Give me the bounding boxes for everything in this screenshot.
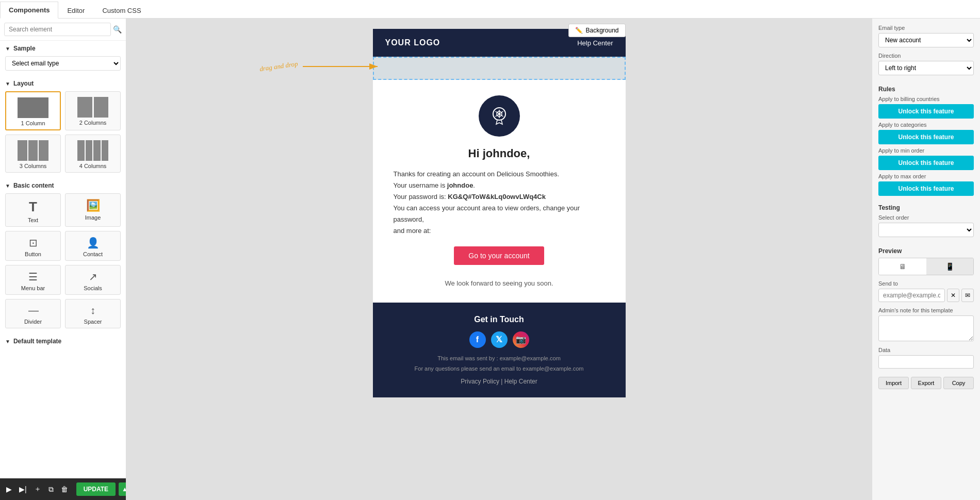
unlock-max-button[interactable]: Unlock this feature — [878, 181, 974, 196]
email-logo: YOUR LOGO — [385, 38, 440, 47]
email-type-dropdown[interactable]: New account — [878, 33, 974, 47]
divider-label: Divider — [24, 319, 42, 325]
email-line3: Your password is: KG&Q#ToW&kLq0owvLWq4Ck — [394, 191, 605, 203]
select-order-dropdown[interactable] — [878, 223, 974, 237]
email-help-center: Help Center — [577, 39, 613, 47]
divider-icon: — — [28, 305, 38, 316]
search-input[interactable] — [4, 23, 111, 36]
admin-note-input[interactable] — [878, 315, 974, 341]
forward-button[interactable]: ▶| — [17, 484, 29, 494]
layout-section-header[interactable]: ▼ Layout — [0, 76, 126, 91]
email-line5: and more at: — [394, 225, 605, 237]
export-button[interactable]: Export — [911, 377, 941, 389]
select-order-label: Select order — [878, 214, 974, 221]
send-to-email-button[interactable]: ✉ — [961, 289, 974, 302]
copy-data-button[interactable]: Copy — [943, 377, 974, 389]
import-button[interactable]: Import — [878, 377, 909, 389]
layout-arrow-icon: ▼ — [5, 81, 10, 87]
help-center-link[interactable]: Help Center — [504, 378, 537, 385]
email-footer-msg: We look forward to seeing you soon. — [445, 279, 553, 287]
content-spacer[interactable]: ↕ Spacer — [65, 299, 121, 328]
content-divider[interactable]: — Divider — [5, 299, 61, 328]
privacy-policy-link[interactable]: Privacy Policy — [461, 378, 499, 385]
drag-arrow — [298, 59, 380, 74]
drag-text: drag and drop — [259, 60, 298, 73]
apply-billing-label: Apply to billing countries — [878, 96, 974, 102]
content-text[interactable]: T Text — [5, 193, 61, 227]
email-type-select-container: Select email type — [5, 56, 121, 71]
send-to-row: ✕ ✉ — [878, 289, 974, 302]
unlock-min-button[interactable]: Unlock this feature — [878, 156, 974, 170]
email-footer: Get in Touch f 𝕏 📷 This email was sent b… — [373, 303, 626, 397]
email-body: Hi johndoe, Thanks for creating an accou… — [373, 80, 626, 303]
delete-button[interactable]: 🗑 — [59, 484, 70, 494]
default-template-section-header[interactable]: ▼ Default template — [0, 334, 126, 349]
rules-title: Rules — [878, 86, 974, 93]
socials-icon: ↗ — [89, 271, 97, 283]
direction-label: Direction — [878, 53, 974, 59]
footer-questions: For any questions please send an email t… — [388, 365, 610, 372]
update-button[interactable]: UPDATE — [76, 482, 116, 496]
direction-dropdown[interactable]: Left to right — [878, 61, 974, 75]
content-button[interactable]: ⊡ Button — [5, 231, 61, 261]
tab-components[interactable]: Components — [0, 2, 58, 19]
sample-section-header[interactable]: ▼ Sample — [0, 41, 126, 56]
email-line3-prefix: Your password is: — [394, 193, 448, 201]
background-label: Background — [585, 27, 618, 34]
account-button[interactable]: Go to your account — [454, 246, 544, 265]
content-image[interactable]: 🖼️ Image — [65, 193, 121, 227]
background-button-container: ✏️ Background — [568, 24, 625, 37]
send-to-input[interactable] — [878, 289, 945, 302]
layout-1-column[interactable]: 1 Column — [5, 91, 61, 130]
email-line1: Thanks for creating an account on Delici… — [394, 169, 605, 180]
import-export-row: Import Export Copy — [878, 377, 974, 389]
search-bar: 🔍 — [0, 19, 126, 41]
image-label: Image — [85, 214, 101, 221]
basic-content-section-header[interactable]: ▼ Basic content — [0, 178, 126, 193]
admin-note — [878, 315, 974, 343]
unlock-billing-button[interactable]: Unlock this feature — [878, 104, 974, 119]
text-label: Text — [28, 217, 38, 223]
apply-max-label: Apply to max order — [878, 173, 974, 179]
update-arrow-button[interactable]: ▲ — [119, 482, 126, 496]
social-icons: f 𝕏 📷 — [388, 331, 610, 348]
footer-sent-by: This email was sent by : example@example… — [388, 355, 610, 361]
content-contact[interactable]: 👤 Contact — [65, 231, 121, 261]
default-template-arrow-icon: ▼ — [5, 339, 10, 344]
data-input[interactable] — [878, 355, 974, 369]
email-type-label: Email type — [878, 25, 974, 31]
email-password: KG&Q#ToW&kLq0owvLWq4Ck — [448, 193, 546, 201]
instagram-icon[interactable]: 📷 — [513, 331, 529, 348]
unlock-categories-button[interactable]: Unlock this feature — [878, 130, 974, 144]
layout-3-columns[interactable]: 3 Columns — [5, 135, 61, 173]
content-socials[interactable]: ↗ Socials — [65, 265, 121, 295]
copy-button[interactable]: ⧉ — [46, 484, 56, 495]
preview-mobile-button[interactable]: 📱 — [926, 258, 974, 275]
contact-icon: 👤 — [87, 237, 100, 249]
spacer-label: Spacer — [84, 319, 102, 325]
background-button[interactable]: ✏️ Background — [568, 24, 625, 37]
drop-zone[interactable] — [373, 57, 626, 80]
email-type-select[interactable]: Select email type — [5, 56, 121, 71]
preview-desktop-button[interactable]: 🖥 — [879, 258, 926, 275]
layout-2-columns[interactable]: 2 Columns — [65, 91, 121, 130]
content-menubar[interactable]: ☰ Menu bar — [5, 265, 61, 295]
facebook-icon[interactable]: f — [469, 331, 486, 348]
content-grid: T Text 🖼️ Image ⊡ Button 👤 Contact ☰ Men… — [0, 193, 126, 334]
email-line4: You can access your account area to view… — [394, 203, 605, 225]
left-panel: 🔍 ▼ Sample Select email type ▼ Layout 1 … — [0, 19, 126, 500]
layout-4-columns[interactable]: 4 Columns — [65, 135, 121, 173]
email-username: johndoe — [447, 181, 473, 189]
twitter-icon[interactable]: 𝕏 — [491, 331, 508, 348]
tab-custom-css[interactable]: Custom CSS — [93, 2, 150, 19]
bottom-bar: ▶ ▶| ＋ ⧉ 🗑 UPDATE ▲ — [0, 478, 126, 500]
image-icon: 🖼️ — [86, 199, 100, 212]
add-button[interactable]: ＋ — [32, 484, 43, 495]
get-in-touch-title: Get in Touch — [388, 315, 610, 324]
play-button[interactable]: ▶ — [4, 484, 14, 494]
award-icon — [479, 95, 520, 137]
sample-label: Sample — [13, 45, 36, 52]
send-to-clear-button[interactable]: ✕ — [947, 289, 959, 302]
layout-3-col-label: 3 Columns — [20, 163, 47, 169]
tab-editor[interactable]: Editor — [58, 2, 93, 19]
